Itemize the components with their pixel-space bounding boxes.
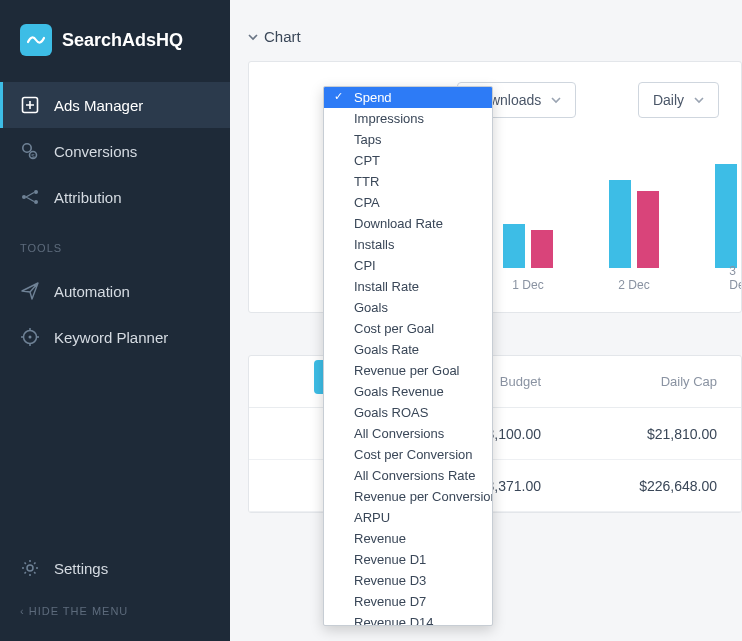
sidebar: SearchAdsHQ Ads Manager $ Conversions At… (0, 0, 230, 641)
paper-plane-icon (20, 281, 40, 301)
dropdown-option[interactable]: Revenue (324, 528, 492, 549)
chevron-down-icon (551, 95, 561, 105)
svg-point-4 (22, 195, 26, 199)
dropdown-option[interactable]: Revenue D14 (324, 612, 492, 626)
sidebar-item-conversions[interactable]: $ Conversions (0, 128, 230, 174)
sidebar-item-attribution[interactable]: Attribution (0, 174, 230, 220)
bar (609, 180, 631, 268)
dropdown-option[interactable]: Spend (324, 87, 492, 108)
dropdown-option[interactable]: Goals ROAS (324, 402, 492, 423)
svg-point-8 (29, 336, 32, 339)
chart-title: Chart (264, 28, 301, 45)
dropdown-option[interactable]: All Conversions (324, 423, 492, 444)
gear-icon (20, 558, 40, 578)
x-axis-label: 3 Dec (729, 264, 742, 292)
tools-label: TOOLS (0, 226, 230, 262)
dropdown-option[interactable]: Revenue per Conversion (324, 486, 492, 507)
nav-primary: Ads Manager $ Conversions Attribution (0, 76, 230, 226)
dropdown-option[interactable]: Goals Revenue (324, 381, 492, 402)
chevron-down-icon (694, 95, 704, 105)
interval-selector[interactable]: Daily (638, 82, 719, 118)
svg-point-9 (27, 565, 33, 571)
sidebar-item-keyword-planner[interactable]: Keyword Planner (0, 314, 230, 360)
brand: SearchAdsHQ (0, 0, 230, 76)
conversions-icon: $ (20, 141, 40, 161)
sidebar-item-settings[interactable]: Settings (0, 545, 230, 591)
dropdown-option[interactable]: All Conversions Rate (324, 465, 492, 486)
dropdown-option[interactable]: Revenue D1 (324, 549, 492, 570)
target-icon (20, 327, 40, 347)
bar-group (715, 158, 742, 268)
dropdown-option[interactable]: ARPU (324, 507, 492, 528)
bar (637, 191, 659, 268)
dropdown-option[interactable]: Goals (324, 297, 492, 318)
dropdown-option[interactable]: CPT (324, 150, 492, 171)
bar (715, 164, 737, 269)
svg-point-6 (34, 200, 38, 204)
bar-group (503, 224, 553, 268)
plus-box-icon (20, 95, 40, 115)
dropdown-option[interactable]: Revenue per Goal (324, 360, 492, 381)
svg-point-5 (34, 190, 38, 194)
sidebar-item-label: Automation (54, 283, 130, 300)
dropdown-option[interactable]: Revenue D7 (324, 591, 492, 612)
x-axis-label: 1 Dec (512, 278, 543, 292)
dropdown-option[interactable]: CPI (324, 255, 492, 276)
sidebar-item-label: Ads Manager (54, 97, 143, 114)
dropdown-option[interactable]: Cost per Goal (324, 318, 492, 339)
x-axis-label: 2 Dec (618, 278, 649, 292)
cell-daily: $21,810.00 (581, 426, 741, 442)
sidebar-item-ads-manager[interactable]: Ads Manager (0, 82, 230, 128)
dropdown-option[interactable]: Taps (324, 129, 492, 150)
svg-point-1 (23, 144, 31, 152)
dropdown-option[interactable]: TTR (324, 171, 492, 192)
col-daily-header: Daily Cap (581, 374, 741, 389)
dropdown-option[interactable]: CPA (324, 192, 492, 213)
dropdown-option[interactable]: Goals Rate (324, 339, 492, 360)
dropdown-option[interactable]: Install Rate (324, 276, 492, 297)
nav-tools: Automation Keyword Planner (0, 262, 230, 366)
dropdown-option[interactable]: Download Rate (324, 213, 492, 234)
sidebar-item-label: Settings (54, 560, 108, 577)
sidebar-item-label: Attribution (54, 189, 122, 206)
attribution-icon (20, 187, 40, 207)
interval-label: Daily (653, 92, 684, 108)
bar (531, 230, 553, 269)
metric-dropdown[interactable]: SpendImpressionsTapsCPTTTRCPADownload Ra… (323, 86, 493, 626)
brand-text: SearchAdsHQ (62, 30, 183, 51)
sidebar-item-automation[interactable]: Automation (0, 268, 230, 314)
brand-icon (20, 24, 52, 56)
cell-daily: $226,648.00 (581, 478, 741, 494)
bar-group (609, 180, 659, 268)
dropdown-option[interactable]: Cost per Conversion (324, 444, 492, 465)
sidebar-item-label: Keyword Planner (54, 329, 168, 346)
chevron-down-icon (248, 32, 258, 42)
dropdown-option[interactable]: Revenue D3 (324, 570, 492, 591)
chart-section-toggle[interactable]: Chart (248, 28, 742, 45)
sidebar-item-label: Conversions (54, 143, 137, 160)
dropdown-option[interactable]: Installs (324, 234, 492, 255)
hide-menu-button[interactable]: ‹ HIDE THE MENU (0, 591, 230, 631)
dropdown-option[interactable]: Impressions (324, 108, 492, 129)
bar (503, 224, 525, 268)
